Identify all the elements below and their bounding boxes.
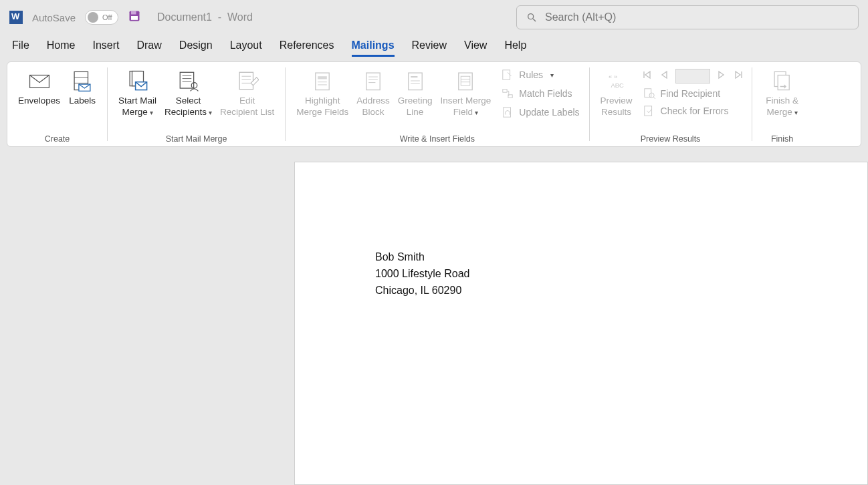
find-recipient-button[interactable]: Find Recipient — [641, 86, 745, 101]
tab-design[interactable]: Design — [179, 39, 213, 57]
document-title: Document1 - Word — [157, 11, 253, 23]
tab-draw[interactable]: Draw — [136, 39, 161, 57]
check-errors-icon — [643, 105, 655, 117]
search-box[interactable] — [516, 5, 859, 29]
check-errors-label: Check for Errors — [661, 106, 729, 116]
match-fields-label: Match Fields — [519, 88, 572, 99]
group-finish-label: Finish — [752, 132, 812, 146]
find-recipient-label: Find Recipient — [661, 88, 721, 99]
group-create-label: Create — [7, 132, 107, 146]
autosave-label: AutoSave — [32, 12, 76, 23]
ribbon: Envelopes Labels Create Start Mail Merge… — [7, 61, 861, 147]
mail-merge-icon — [126, 67, 149, 94]
address-block-icon — [362, 67, 385, 94]
svg-rect-23 — [318, 76, 327, 79]
svg-point-3 — [528, 14, 534, 19]
autosave-toggle[interactable]: Off — [85, 10, 118, 25]
greeting-line-button[interactable]: Greeting Line — [394, 66, 437, 118]
svg-rect-18 — [239, 72, 253, 90]
last-record-button[interactable] — [733, 69, 745, 84]
toggle-knob-icon — [88, 12, 98, 23]
select-recipients-icon — [177, 67, 200, 94]
svg-text:ABC: ABC — [611, 82, 623, 89]
tab-home[interactable]: Home — [47, 39, 76, 57]
preview-results-button[interactable]: « »ABC Preview Results — [596, 66, 637, 118]
update-labels-icon — [502, 106, 514, 118]
check-for-errors-button[interactable]: Check for Errors — [641, 104, 745, 118]
highlight-merge-fields-button[interactable]: Highlight Merge Fields — [292, 66, 352, 118]
preview-results-label: Preview Results — [601, 96, 633, 118]
chevron-down-icon: ▾ — [794, 109, 798, 116]
find-recipient-icon — [643, 88, 655, 100]
record-number-input[interactable] — [675, 69, 710, 84]
app-name: Word — [227, 11, 253, 23]
select-recipients-label: Select Recipients — [165, 96, 207, 117]
rules-label: Rules — [519, 69, 543, 80]
select-recipients-button[interactable]: Select Recipients▾ — [160, 66, 216, 118]
update-labels-label: Update Labels — [519, 107, 579, 118]
highlight-icon — [311, 67, 334, 94]
start-mail-merge-button[interactable]: Start Mail Merge▾ — [114, 66, 160, 118]
svg-rect-35 — [461, 76, 471, 86]
group-write-label: Write & Insert Fields — [286, 132, 588, 146]
svg-rect-22 — [316, 73, 329, 90]
chevron-down-icon: ▾ — [150, 109, 153, 116]
update-labels-button[interactable]: Update Labels — [499, 105, 582, 120]
svg-rect-44 — [644, 89, 651, 98]
edit-recipient-list-label: Edit Recipient List — [220, 96, 274, 118]
match-fields-button[interactable]: Match Fields — [499, 86, 582, 101]
address-block-button[interactable]: Address Block — [352, 66, 394, 118]
tab-layout[interactable]: Layout — [230, 39, 262, 57]
group-start-mail-merge: Start Mail Merge▾ Select Recipients▾ Edi… — [108, 62, 285, 146]
save-button[interactable] — [128, 9, 141, 25]
group-finish: Finish & Merge▾ Finish — [752, 62, 812, 146]
edit-recipient-list-button[interactable]: Edit Recipient List — [216, 66, 278, 118]
tab-review[interactable]: Review — [412, 39, 447, 57]
labels-button[interactable]: Labels — [64, 66, 100, 107]
tab-file[interactable]: File — [12, 39, 29, 57]
envelopes-button[interactable]: Envelopes — [14, 66, 64, 107]
tab-mailings[interactable]: Mailings — [352, 39, 395, 57]
svg-rect-41 — [504, 108, 511, 117]
rules-button[interactable]: Rules▾ — [499, 67, 582, 82]
prev-record-button[interactable] — [658, 69, 670, 84]
search-icon — [526, 12, 537, 23]
next-record-button[interactable] — [716, 69, 728, 84]
svg-rect-47 — [644, 106, 651, 116]
document-page[interactable]: Bob Smith 1000 Lifestyle Road Chicago, I… — [294, 162, 868, 485]
chevron-down-icon: ▾ — [209, 109, 212, 116]
record-nav — [641, 66, 745, 84]
svg-rect-1 — [131, 11, 136, 15]
doc-name: Document1 — [157, 11, 212, 23]
match-fields-icon — [502, 88, 514, 100]
tab-insert[interactable]: Insert — [92, 39, 119, 57]
envelopes-label: Envelopes — [18, 96, 60, 107]
tab-references[interactable]: References — [280, 39, 334, 57]
address-block-label: Address Block — [356, 96, 390, 118]
svg-line-46 — [653, 97, 655, 99]
finish-merge-button[interactable]: Finish & Merge▾ — [759, 66, 806, 118]
greeting-line-label: Greeting Line — [398, 96, 433, 118]
labels-icon — [71, 67, 94, 94]
address-line-3: Chicago, IL 60290 — [375, 283, 867, 299]
group-start-label: Start Mail Merge — [108, 132, 285, 146]
group-preview-label: Preview Results — [590, 132, 752, 146]
svg-point-45 — [649, 93, 654, 98]
insert-merge-field-button[interactable]: Insert Merge Field▾ — [436, 66, 495, 118]
rules-icon — [502, 69, 514, 81]
address-line-2: 1000 Lifestyle Road — [375, 266, 867, 283]
svg-rect-2 — [131, 16, 138, 20]
svg-line-4 — [533, 19, 536, 21]
svg-rect-38 — [503, 70, 510, 79]
tab-view[interactable]: View — [464, 39, 487, 57]
tab-help[interactable]: Help — [504, 39, 526, 57]
ribbon-tabs: File Home Insert Draw Design Layout Refe… — [0, 35, 868, 57]
search-input[interactable] — [545, 11, 849, 23]
highlight-label: Highlight Merge Fields — [296, 96, 348, 118]
insert-merge-field-label: Insert Merge Field — [440, 96, 491, 117]
edit-list-icon — [236, 67, 259, 94]
svg-rect-49 — [778, 75, 789, 90]
labels-label: Labels — [69, 96, 96, 107]
word-logo-icon — [9, 11, 23, 24]
first-record-button[interactable] — [641, 69, 653, 84]
